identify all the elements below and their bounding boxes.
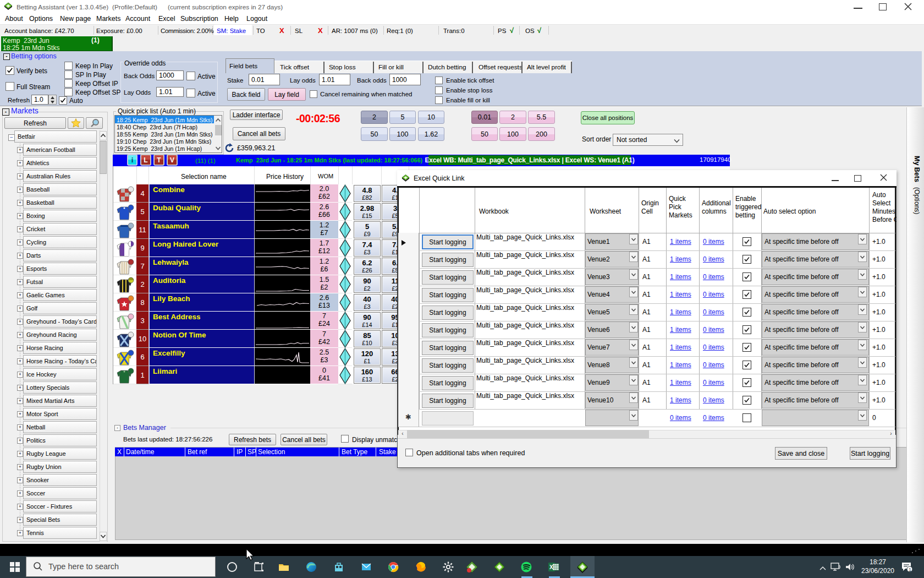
svg-text:1: 1 (909, 567, 911, 572)
svg-text:X: X (549, 564, 553, 570)
